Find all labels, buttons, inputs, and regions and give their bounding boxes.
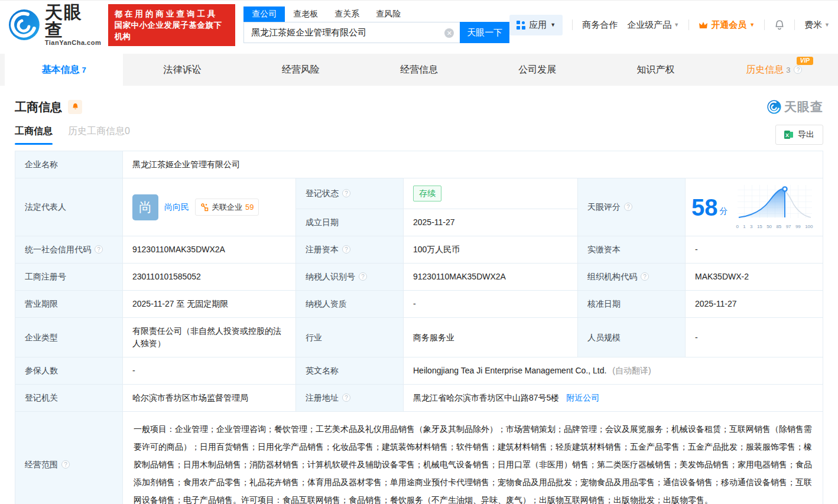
legal-rep-link[interactable]: 尚向民 — [164, 201, 189, 213]
row-reg-number: 工商注册号 230110101585052 纳税人识别号? 91230110MA… — [15, 264, 823, 291]
tab-company-development[interactable]: 公司发展 — [478, 54, 596, 86]
row-company-name: 企业名称 黑龙江茶姬企业管理有限公司 — [15, 151, 823, 178]
tianyancha-watermark-icon — [767, 100, 781, 114]
field-label: 纳税人识别号 — [306, 272, 355, 281]
slogan-line2: 国家中小企业发展子基金旗下机构 — [114, 19, 229, 42]
field-label: 成立日期 — [306, 217, 339, 227]
related-companies-badge[interactable]: 关联企业 59 — [195, 199, 259, 216]
english-name-value: Heilongjiang Tea Ji Enterprise Managemen… — [413, 366, 606, 375]
nearby-companies-link[interactable]: 附近公司 — [566, 393, 599, 402]
help-icon[interactable]: ? — [342, 189, 350, 197]
help-icon[interactable]: ? — [342, 394, 350, 402]
cooperation-label: 商务合作 — [582, 19, 618, 31]
export-button[interactable]: X 导出 — [775, 125, 823, 145]
export-label: 导出 — [798, 129, 814, 140]
field-label: 统一社会信用代码 — [25, 245, 91, 254]
field-label: 行业 — [306, 333, 322, 342]
industry-value: 商务服务业 — [413, 333, 454, 342]
search-button[interactable]: 天眼一下 — [460, 22, 509, 43]
company-nav-tabs: 基本信息 7 法律诉讼 经营风险 经营信息 公司发展 知识产权 VIP 历史信息… — [0, 54, 838, 86]
field-label: 英文名称 — [306, 366, 339, 375]
field-label: 纳税人资质 — [306, 299, 347, 308]
related-label: 关联企业 — [212, 201, 242, 213]
tab-basic-info[interactable]: 基本信息 7 — [5, 54, 123, 86]
help-icon[interactable]: ? — [95, 245, 103, 253]
apps-menu[interactable]: 应用 ▼ — [509, 15, 563, 35]
svg-text:X: X — [785, 132, 789, 138]
field-label: 企业名称 — [25, 160, 58, 169]
help-icon[interactable]: ? — [794, 66, 802, 74]
subtab-business-info[interactable]: 工商信息 — [15, 125, 53, 145]
field-label: 组织机构代码 — [587, 272, 637, 281]
field-label: 登记状态 — [306, 188, 339, 198]
field-label: 企业类型 — [25, 333, 58, 342]
tab-legal-proceedings[interactable]: 法律诉讼 — [123, 54, 241, 86]
top-nav: 应用 ▼ 商务合作 企业级产品 ▼ 开通会员 ▼ 费米 — [509, 15, 830, 35]
notifications-bell-icon[interactable] — [774, 19, 785, 31]
approval-date-value: 2025-11-27 — [695, 299, 737, 308]
help-icon[interactable]: ? — [641, 272, 649, 281]
taxpayer-id-value: 91230110MAK35DWX2A — [413, 272, 506, 281]
credit-code-value: 91230110MAK35DWX2A — [132, 245, 225, 254]
subtab-history-business-info[interactable]: 历史工商信息0 — [68, 125, 130, 145]
field-label: 注册资本 — [306, 245, 339, 254]
reg-authority-value: 哈尔滨市香坊区市场监督管理局 — [132, 393, 248, 402]
legal-rep-avatar[interactable]: 尚 — [132, 194, 158, 220]
vip-crown-icon — [699, 21, 708, 30]
field-label: 天眼评分 — [587, 202, 621, 212]
search-tab-relation[interactable]: 查关系 — [326, 6, 368, 22]
org-code-value: MAK35DWX-2 — [695, 272, 749, 281]
tab-label: 历史信息 — [746, 64, 784, 76]
reg-number-value: 230110101585052 — [132, 272, 201, 281]
nav-enterprise-products[interactable]: 企业级产品 ▼ — [627, 19, 679, 31]
insured-count-value: - — [132, 366, 135, 375]
search-input[interactable] — [244, 22, 460, 43]
tab-count: 3 — [786, 66, 790, 74]
tab-operation-risk[interactable]: 经营风险 — [242, 54, 360, 86]
tab-label: 基本信息 — [42, 64, 80, 76]
subscribe-bell-icon[interactable] — [68, 100, 82, 114]
nav-cooperation[interactable]: 商务合作 — [582, 19, 618, 31]
row-reg-authority: 登记机关 哈尔滨市香坊区市场监督管理局 注册地址? 黑龙江省哈尔滨市香坊区中山路… — [15, 385, 823, 412]
score-axis-labels: 01 315 5085 9799 100 — [736, 223, 813, 230]
tab-history-info[interactable]: VIP 历史信息 3 ? — [715, 54, 833, 86]
help-icon[interactable]: ? — [61, 460, 70, 469]
field-label: 人员规模 — [587, 333, 621, 342]
help-icon[interactable]: ? — [359, 272, 367, 281]
tab-intellectual-property[interactable]: 知识产权 — [596, 54, 714, 86]
reg-capital-value: 100万人民币 — [413, 245, 460, 254]
staff-size-value: - — [695, 333, 698, 342]
open-vip-button[interactable]: 开通会员 ▼ — [699, 19, 755, 31]
tab-operation-info[interactable]: 经营信息 — [360, 54, 478, 86]
brand-domain: TianYanCha.com — [45, 39, 102, 46]
excel-icon: X — [784, 130, 794, 139]
tab-label: 法律诉讼 — [163, 64, 201, 76]
nav-divider — [688, 19, 689, 30]
business-term-value: 2025-11-27 至 无固定期限 — [132, 299, 228, 308]
establish-date-value: 2025-11-27 — [413, 217, 455, 227]
row-legal-rep: 法定代表人 尚 尚向民 关联企业 — [15, 178, 823, 209]
org-chart-icon — [200, 203, 209, 212]
tab-count: 7 — [82, 66, 86, 74]
field-label: 经营范围 — [25, 460, 58, 469]
row-insured-count: 参保人数 - 英文名称 Heilongjiang Tea Ji Enterpri… — [15, 357, 823, 385]
tianyancha-logo[interactable]: 天眼查 TianYanCha.com — [8, 4, 101, 46]
field-label: 实缴资本 — [587, 245, 621, 254]
search-tab-company[interactable]: 查公司 — [243, 6, 285, 22]
search-tab-boss[interactable]: 查老板 — [285, 6, 326, 22]
row-company-type: 企业类型 有限责任公司（非自然人投资或控股的法人独资） 行业 商务服务业 人员规… — [15, 318, 823, 357]
score-distribution-chart: 01 315 5085 9799 100 — [736, 184, 813, 230]
search-tab-risk[interactable]: 查风险 — [368, 6, 409, 22]
field-label: 工商注册号 — [25, 272, 66, 281]
tianyancha-logo-icon — [8, 9, 40, 41]
top-header: 天眼查 TianYanCha.com 都在用的商业查询工具 国家中小企业发展子基… — [0, 1, 838, 49]
help-icon[interactable]: ? — [624, 203, 632, 211]
tianyan-score[interactable]: 58 分 — [691, 184, 817, 230]
help-icon[interactable]: ? — [342, 245, 350, 253]
tab-label: 知识产权 — [637, 64, 675, 76]
auto-translate-note: (自动翻译) — [612, 366, 651, 375]
status-badge: 存续 — [413, 186, 441, 201]
main-content: 工商信息 天眼查 工商信息 历史工商信息0 — [0, 99, 838, 504]
apps-label: 应用 — [529, 19, 547, 31]
user-menu[interactable]: 费米 ▼ — [804, 19, 830, 31]
